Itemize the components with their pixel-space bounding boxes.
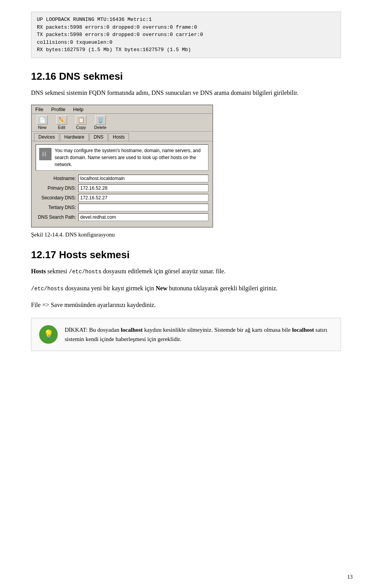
menu-help[interactable]: Help (72, 106, 85, 113)
hosts-intro-text-post: dosyasını editlemek için görsel arayüz s… (102, 268, 226, 274)
dialog-toolbar: 📄 New ✏️ Edit 📋 Copy 🗑️ Delete (32, 114, 212, 132)
code-line-2: RX packets:5998 errors:0 dropped:0 overr… (37, 24, 335, 31)
info-box: You may configure the system's hostname,… (36, 144, 208, 171)
info-icon (39, 148, 52, 160)
delete-label: Delete (94, 125, 107, 130)
input-tertiary-dns[interactable] (78, 204, 208, 211)
copy-icon: 📋 (76, 115, 86, 125)
label-dns-search: DNS Search Path: (36, 214, 78, 220)
section-hosts-para3: File => Save menüsünden ayarlarınızı kay… (31, 300, 341, 310)
dialog-content: You may configure the system's hostname,… (32, 141, 212, 227)
edit-icon: ✏️ (56, 115, 67, 125)
tab-dns[interactable]: DNS (90, 133, 108, 141)
form-row-dns-search: DNS Search Path: (36, 213, 208, 221)
new-label: New (38, 125, 46, 130)
note-text-mid: kaydını kesinlikle silmeyiniz. Sistemde … (143, 327, 292, 333)
tab-hardware[interactable]: Hardware (60, 133, 89, 141)
tab-devices[interactable]: Devices (34, 133, 59, 141)
page-number: 13 (347, 574, 353, 580)
section-hosts-para2: /etc/hosts dosyasına yeni bir kayıt girm… (31, 283, 341, 293)
form-row-tertiary-dns: Tertiary DNS: (36, 204, 208, 211)
note-box: 💡 DİKKAT: Bu dosyadan localhost kaydını … (31, 318, 341, 351)
localhost-bold-1: localhost (121, 327, 143, 333)
form-row-hostname: Hostname: (36, 175, 208, 182)
form-row-secondary-dns: Secondary DNS: (36, 194, 208, 202)
note-text-pre: DİKKAT: Bu dosyadan (65, 327, 121, 333)
dialog-menubar: File Profile Help (32, 105, 212, 114)
code-line-1: UP LOOPBACK RUNNING MTU:16436 Metric:1 (37, 16, 335, 24)
new-keyword: New (156, 285, 167, 291)
label-secondary-dns: Secondary DNS: (36, 195, 78, 201)
note-icon: 💡 (39, 325, 58, 344)
code-block: UP LOOPBACK RUNNING MTU:16436 Metric:1 R… (31, 12, 341, 58)
code-line-4: collisions:0 txqueuelen:0 (37, 39, 335, 46)
delete-icon: 🗑️ (95, 115, 106, 125)
section-hosts-intro: Hosts sekmesi /etc/hosts dosyasını editl… (31, 266, 341, 276)
label-hostname: Hostname: (36, 176, 78, 181)
toolbar-edit-button[interactable]: ✏️ Edit (54, 115, 69, 130)
new-icon: 📄 (37, 115, 48, 125)
code-line-5: RX bytes:1627579 (1.5 Mb) TX bytes:16275… (37, 46, 335, 54)
toolbar-delete-button[interactable]: 🗑️ Delete (93, 115, 108, 130)
section-dns-intro: DNS sekmesi sistemin FQDN formatında adı… (31, 88, 341, 98)
copy-label: Copy (76, 125, 86, 130)
form-row-primary-dns: Primary DNS: (36, 184, 208, 192)
hosts-etc-hosts-code: /etc/hosts (69, 269, 102, 275)
input-secondary-dns[interactable] (78, 194, 208, 202)
etc-hosts-inline: /etc/hosts (31, 286, 64, 292)
note-text: DİKKAT: Bu dosyadan localhost kaydını ke… (65, 325, 333, 344)
hosts-intro-text-pre: Hosts sekmesi (31, 268, 69, 274)
figure-caption: Şekil 12-14.4. DNS konfigurasyonu (31, 231, 341, 238)
tab-hosts[interactable]: Hosts (108, 133, 129, 141)
lightbulb-icon: 💡 (43, 329, 54, 339)
section-hosts-heading: 12.17 Hosts sekmesi (31, 249, 341, 261)
label-tertiary-dns: Tertiary DNS: (36, 205, 78, 210)
section-dns-heading: 12.16 DNS sekmesi (31, 70, 341, 82)
menu-profile[interactable]: Profile (50, 106, 67, 113)
toolbar-copy-button[interactable]: 📋 Copy (74, 115, 88, 130)
menu-file[interactable]: File (34, 106, 45, 113)
svg-rect-2 (42, 151, 48, 152)
dialog-tabs: Devices Hardware DNS Hosts (32, 132, 212, 141)
dns-dialog: File Profile Help 📄 New ✏️ Edit 📋 Copy 🗑… (31, 105, 213, 228)
label-primary-dns: Primary DNS: (36, 185, 78, 191)
toolbar-new-button[interactable]: 📄 New (35, 115, 50, 130)
code-line-3: TX packets:5998 errors:0 dropped:0 overr… (37, 31, 335, 39)
input-dns-search[interactable] (78, 213, 208, 221)
input-hostname[interactable] (78, 175, 208, 182)
edit-label: Edit (58, 125, 65, 130)
localhost-bold-2: localhost (292, 327, 314, 333)
info-text: You may configure the system's hostname,… (55, 147, 205, 168)
input-primary-dns[interactable] (78, 184, 208, 192)
